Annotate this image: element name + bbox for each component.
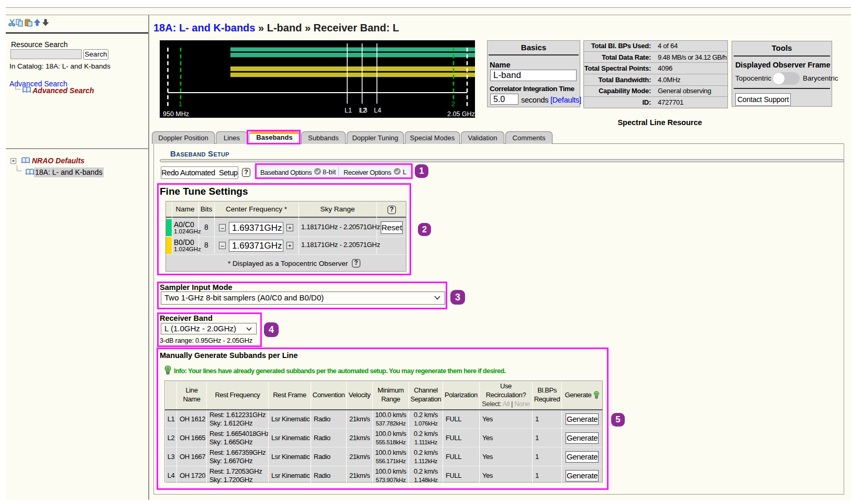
- svg-text:1: 1: [179, 100, 182, 108]
- svg-text:L3: L3: [360, 107, 368, 114]
- svg-text:L4: L4: [374, 107, 381, 114]
- svg-text:2.05 GHz: 2.05 GHz: [447, 110, 475, 118]
- svg-text:2: 2: [451, 100, 455, 108]
- svg-text:L1: L1: [345, 107, 352, 114]
- svg-text:950 MHz: 950 MHz: [163, 110, 189, 118]
